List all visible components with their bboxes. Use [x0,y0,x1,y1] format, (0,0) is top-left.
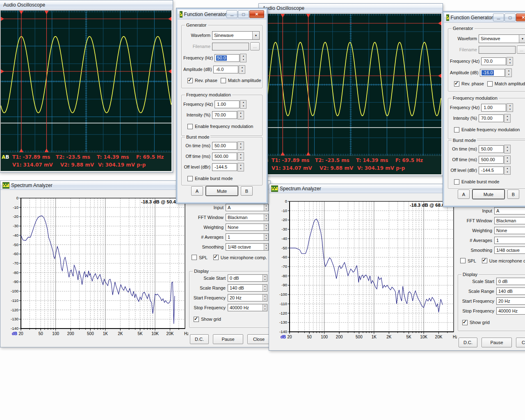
fm-frequency-spinner[interactable] [507,103,513,112]
match-amplitude-checkbox[interactable] [221,78,226,83]
close-icon[interactable] [249,10,264,18]
mic-comp-checkbox[interactable] [482,258,487,263]
off-level-field[interactable]: -144.5 [479,167,504,174]
pause-button[interactable]: Pause [482,338,512,347]
on-time-field[interactable]: 50.00 [212,142,237,150]
off-level-field[interactable]: -144.5 [212,163,237,171]
scale-range-select[interactable]: 140 dB [228,284,267,292]
maximize-button[interactable] [238,10,249,18]
off-time-field[interactable]: 500.00 [212,153,237,160]
oscilloscope-titlebar[interactable]: Audio Oscilloscope [0,0,173,9]
oscilloscope-titlebar[interactable]: Audio Oscilloscope [259,4,443,13]
spinner-icon[interactable] [264,234,268,240]
svg-text:-20: -20 [281,217,287,222]
spinner-icon[interactable] [262,285,267,291]
intensity-spinner[interactable] [237,111,244,119]
intensity-spinner[interactable] [504,114,511,123]
off-time-field[interactable]: 500.00 [479,156,504,164]
input-select[interactable]: A [226,204,269,211]
scope-display[interactable] [260,14,441,155]
show-grid-checkbox[interactable] [462,320,468,325]
fm-frequency-spinner[interactable] [240,100,247,109]
rev-phase-checkbox[interactable] [187,78,193,83]
channel-b-button[interactable]: B [241,186,253,196]
channel-b-button[interactable]: B [507,189,519,199]
spinner-icon[interactable] [264,224,268,231]
close-icon[interactable] [516,14,525,21]
chevron-down-icon[interactable]: ▼ [252,32,259,39]
channel-a-button[interactable]: A [191,186,203,196]
start-frequency-select[interactable]: 20 Hz [228,294,267,301]
start-frequency-select[interactable]: 20 Hz [496,297,525,305]
close-button[interactable]: Close [247,334,270,344]
enable-fm-checkbox[interactable] [187,124,193,129]
display-groupbox: Display Scale Start 0 dB Scale Range 140… [458,274,525,331]
enable-burst-checkbox[interactable] [187,176,193,181]
amplitude-field[interactable]: -6.0 [213,66,238,73]
stop-frequency-select[interactable]: 40000 Hz [496,307,525,315]
amplitude-spinner[interactable] [505,68,512,77]
weighting-select[interactable]: None [494,227,525,234]
stop-frequency-select[interactable]: 40000 Hz [228,304,267,311]
scope-display[interactable] [1,11,171,152]
averages-field[interactable]: 1 [226,233,269,241]
v2-readout: V2: 9.88 mV [320,164,357,172]
scale-start-select[interactable]: 0 dB [228,274,267,282]
smoothing-select[interactable]: 1/48 octave [494,247,525,254]
enable-fm-checkbox[interactable] [454,127,459,132]
scale-range-select[interactable]: 140 dB [496,288,525,295]
off-time-spinner[interactable] [504,155,511,164]
spinner-icon[interactable] [262,275,267,281]
spl-checkbox[interactable] [460,258,466,263]
match-amplitude-checkbox[interactable] [487,81,493,87]
maximize-button[interactable] [504,14,516,21]
averages-field[interactable]: 1 [494,237,525,244]
weighting-select[interactable]: None [226,224,269,231]
show-grid-checkbox[interactable] [194,317,199,322]
intensity-field[interactable]: 70.00 [479,114,504,122]
amplitude-field[interactable]: -16.0 [480,69,505,77]
off-level-spinner[interactable] [504,166,511,175]
input-select[interactable]: A [494,207,525,215]
spl-checkbox[interactable] [192,255,197,260]
enable-burst-checkbox[interactable] [454,179,459,185]
smoothing-select[interactable]: 1/48 octave [226,243,269,251]
on-time-field[interactable]: 50.00 [479,145,504,153]
waveform-select[interactable]: Sinewave ▼ [212,31,260,40]
close-button[interactable]: Close [516,338,525,347]
pause-button[interactable]: Pause [213,334,243,344]
fm-frequency-field[interactable]: 1.00 [481,104,506,112]
waveform-select[interactable]: Sinewave ▼ [479,34,525,43]
function-generator-titlebar[interactable]: Function Generator [178,9,266,19]
off-level-spinner[interactable] [237,163,244,171]
spinner-icon[interactable] [264,244,268,250]
fm-frequency-field[interactable]: 1.00 [215,100,240,108]
off-time-spinner[interactable] [237,152,244,161]
spinner-icon[interactable] [262,294,267,301]
dc-button[interactable]: D.C. [459,338,477,347]
minimize-button[interactable] [493,14,504,21]
amplitude-spinner[interactable] [239,65,245,74]
intensity-field[interactable]: 70.00 [212,111,237,119]
on-time-spinner[interactable] [237,142,244,150]
fft-window-select[interactable]: Blackman [494,217,525,224]
frequency-field[interactable]: 50.0 [215,54,240,62]
fft-window-select[interactable]: Blackman [226,214,269,221]
channel-a-button[interactable]: A [458,189,470,199]
spinner-icon[interactable] [262,304,267,311]
function-generator-titlebar[interactable]: Function Generator [444,13,525,23]
minimize-button[interactable] [226,10,237,18]
rev-phase-checkbox[interactable] [454,81,459,87]
mic-comp-checkbox[interactable] [213,255,219,260]
scale-start-select[interactable]: 0 dB [496,278,525,285]
frequency-spinner[interactable] [507,57,513,66]
spinner-icon[interactable] [264,204,268,211]
mute-button[interactable]: Mute [206,186,238,196]
mute-button[interactable]: Mute [472,189,504,199]
frequency-spinner[interactable] [240,54,247,62]
spinner-icon[interactable] [264,214,268,221]
chevron-down-icon[interactable]: ▼ [519,35,525,43]
frequency-field[interactable]: 70.0 [481,57,506,65]
dc-button[interactable]: D.C. [190,334,209,344]
on-time-spinner[interactable] [504,145,511,153]
